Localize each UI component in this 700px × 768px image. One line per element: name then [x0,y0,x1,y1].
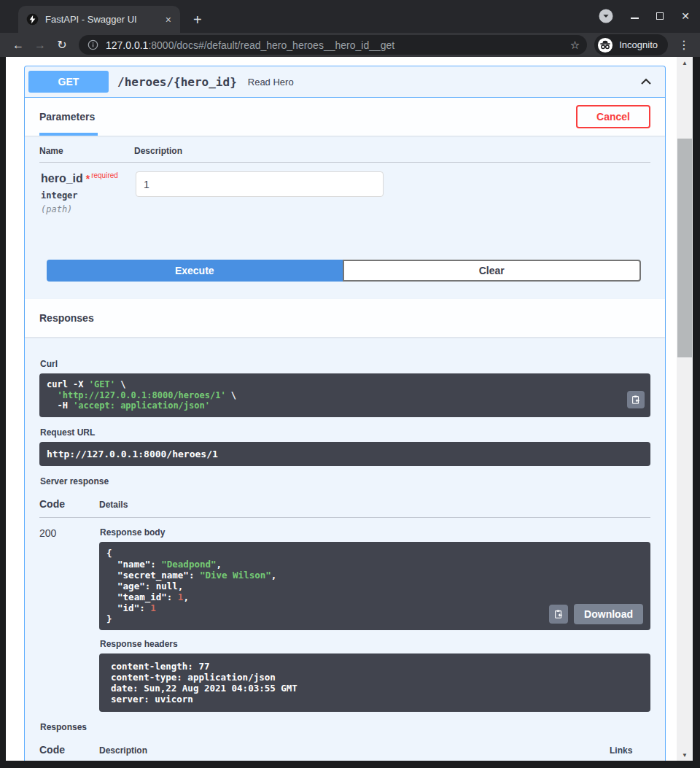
param-location: (path) [41,204,136,214]
status-code: 200 [39,527,99,712]
request-url-label: Request URL [40,427,650,438]
col-header-code-2: Code [39,744,99,756]
page-scrollbar[interactable]: ▲ ▼ [677,57,693,761]
tab-close-icon[interactable]: × [163,14,174,26]
server-response-row: 200 Response body { "name": "Deadpond", … [39,518,650,712]
responses-section-header: Responses [25,299,665,337]
browser-tabstrip: FastAPI - Swagger UI × + ✕ [0,0,700,33]
required-star: * [83,173,90,185]
reload-icon[interactable]: ↻ [51,38,73,52]
collapse-chevron-icon[interactable] [636,71,656,92]
scrollbar-up-icon[interactable]: ▲ [677,57,693,69]
response-headers-block: content-length: 77content-type: applicat… [99,653,650,712]
browser-update-icon[interactable] [599,9,613,23]
responses-table-title: Responses [40,722,650,732]
forward-icon[interactable]: → [29,39,51,52]
copy-response-button[interactable] [549,605,568,624]
request-url-value: http://127.0.0.1:8000/heroes/1 [39,442,650,466]
back-icon[interactable]: ← [7,39,29,52]
execute-wrapper: Execute Clear [25,260,665,299]
maximize-button[interactable] [656,9,664,23]
col-header-details: Details [99,500,128,510]
col-header-name: Name [39,146,134,156]
col-header-links: Links [610,745,650,756]
download-button[interactable]: Download [574,604,643,624]
new-tab-button[interactable]: + [189,12,206,28]
parameters-section: Name Description hero_id *required integ… [25,136,665,260]
parameters-header: Parameters Cancel [25,98,665,136]
server-response-label: Server response [40,476,650,486]
parameter-row: hero_id *required integer (path) [39,163,650,260]
site-info-icon[interactable] [88,39,98,50]
col-header-description-2: Description [99,745,147,756]
col-header-code: Code [39,498,99,510]
hero-id-input[interactable] [136,171,384,197]
swagger-page: GET /heroes/{hero_id} Read Hero Paramete… [6,57,677,761]
method-badge: GET [28,71,109,93]
response-body-label: Response body [100,527,650,538]
incognito-badge: Incognito [594,34,668,55]
opblock-summary[interactable]: GET /heroes/{hero_id} Read Hero [25,66,665,98]
minimize-button[interactable] [631,9,639,23]
browser-tab[interactable]: FastAPI - Swagger UI × [18,6,180,33]
incognito-label: Incognito [619,39,658,50]
scrollbar-down-icon[interactable]: ▼ [677,749,693,761]
param-name: hero_id [41,172,83,185]
response-headers-label: Response headers [100,639,650,649]
browser-toolbar: ← → ↻ 127.0.0.1:8000/docs#/default/read_… [0,33,700,57]
endpoint-path: /heroes/{hero_id} [117,75,237,89]
browser-menu-icon[interactable]: ⋮ [675,38,693,52]
cancel-button[interactable]: Cancel [576,105,650,128]
url-text: 127.0.0.1:8000/docs#/default/read_hero_h… [106,39,564,51]
response-body-block: { "name": "Deadpond", "secret_name": "Di… [99,542,650,630]
clear-button[interactable]: Clear [343,260,642,282]
url-bar[interactable]: 127.0.0.1:8000/docs#/default/read_hero_h… [79,35,587,55]
fastapi-favicon-icon [26,13,39,26]
execute-button[interactable]: Execute [47,260,343,282]
copy-curl-button[interactable] [627,391,645,408]
opblock-get-heroes: GET /heroes/{hero_id} Read Hero Paramete… [24,66,666,761]
tab-parameters[interactable]: Parameters [39,98,98,136]
required-label: required [91,171,118,179]
responses-wrapper: Curl curl -X 'GET' \ 'http://127.0.0.1:8… [25,337,665,761]
endpoint-summary: Read Hero [248,77,294,88]
bookmark-star-icon[interactable]: ☆ [570,39,580,52]
col-header-description: Description [134,146,182,156]
responses-title: Responses [39,312,94,324]
param-type: integer [41,190,136,201]
curl-code-block: curl -X 'GET' \ 'http://127.0.0.1:8000/h… [39,373,650,417]
incognito-icon [597,37,613,53]
tab-title: FastAPI - Swagger UI [45,14,163,25]
curl-label: Curl [40,359,650,369]
scrollbar-thumb[interactable] [677,139,692,357]
window-close-button[interactable]: ✕ [681,9,690,23]
